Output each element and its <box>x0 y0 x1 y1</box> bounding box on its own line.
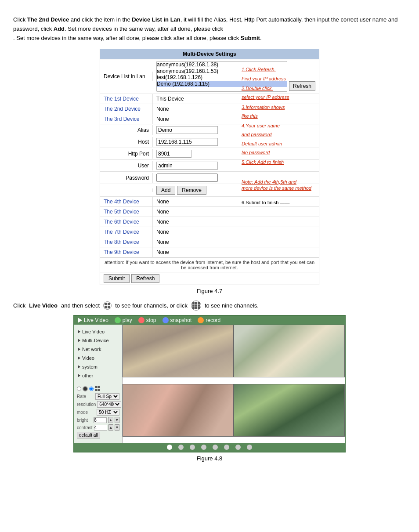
live-video-label: Live Video <box>84 317 108 323</box>
video-feed-4 <box>234 384 344 436</box>
play-icon <box>115 317 121 323</box>
fifth-device-value: None <box>153 207 319 217</box>
intro-paragraph: Click The 2nd Device and click the item … <box>13 15 406 43</box>
live-video-toolbar-item[interactable]: Live Video <box>78 317 108 323</box>
sidebar-item-other[interactable]: other <box>74 371 122 380</box>
seventh-device-row: The 7th Device None <box>100 227 319 237</box>
user-input[interactable] <box>156 162 218 170</box>
sixth-device-row: The 6th Device None <box>100 217 319 227</box>
contrast-control-row: contrast ▲ ▼ <box>77 424 119 431</box>
alias-input[interactable] <box>156 126 218 134</box>
play-toolbar-item[interactable]: play <box>115 317 132 323</box>
video-tri-icon <box>78 356 80 360</box>
ninth-device-value: None <box>153 247 319 257</box>
sidebar-controls: Rate Full-Speed resolution 640*480 mode <box>74 384 122 440</box>
eighth-device-value: None <box>153 237 319 247</box>
contrast-label: contrast <box>77 425 93 430</box>
dot-3[interactable] <box>190 445 195 450</box>
sidebar-video-label: Video <box>82 355 94 361</box>
contrast-up-btn[interactable]: ▲ <box>108 424 113 431</box>
play-label: play <box>123 317 132 323</box>
viewer-container: Live Video play stop snapshot record <box>13 315 406 452</box>
bright-control-row: bright ▲ ▼ <box>77 417 119 423</box>
sidebar-multi-device-label: Multi-Device <box>82 338 109 343</box>
four-channel-icon[interactable] <box>103 301 112 310</box>
sidebar-item-multi-device[interactable]: Multi-Device <box>74 336 122 345</box>
annotation-6: like this <box>242 113 329 119</box>
stop-toolbar-item[interactable]: stop <box>138 317 156 323</box>
device-list-label: Device List in Lan <box>100 72 153 81</box>
nine-channel-icon[interactable] <box>191 300 201 311</box>
video-grid <box>123 325 345 443</box>
sixth-device-label: The 6th Device <box>100 217 153 227</box>
record-label: record <box>206 317 220 323</box>
dot-2[interactable] <box>178 445 184 450</box>
contrast-input[interactable] <box>94 425 107 431</box>
dot-5[interactable] <box>213 445 218 450</box>
live-video-icon <box>78 318 82 323</box>
multi-device-tri-icon <box>78 339 80 342</box>
mode-select[interactable]: 50 HZ <box>97 409 119 416</box>
fifth-device-row: The 5th Device None <box>100 207 319 217</box>
sidebar-item-video[interactable]: Video <box>74 354 122 362</box>
bright-input[interactable] <box>94 417 107 423</box>
dot-7[interactable] <box>235 445 241 450</box>
host-input[interactable] <box>156 138 218 146</box>
resolution-select[interactable]: 640*480 <box>97 401 121 408</box>
grid2-icon <box>95 386 100 391</box>
annotation-4: select your IP address <box>242 94 329 100</box>
sidebar-item-live-video[interactable]: Live Video <box>74 327 122 336</box>
bright-up-btn[interactable]: ▲ <box>108 417 113 423</box>
annotation-8: and password <box>242 131 329 138</box>
radio1[interactable] <box>77 387 81 391</box>
snapshot-toolbar-item[interactable]: snapshot <box>163 317 192 323</box>
host-label: Host <box>100 137 153 147</box>
password-input[interactable] <box>156 174 218 182</box>
seventh-device-value: None <box>153 227 319 237</box>
annotation-3: 2.Double click. <box>242 85 329 91</box>
annotation-note2: more device is the same method <box>242 185 329 191</box>
annotation-5: 3.Information shows <box>242 104 329 110</box>
fifth-device-label: The 5th Device <box>100 207 153 217</box>
dot-4[interactable] <box>201 445 206 450</box>
add-button[interactable]: Add <box>156 186 175 195</box>
snapshot-icon <box>163 317 169 323</box>
dot-1[interactable] <box>167 445 172 450</box>
video-cell-4 <box>234 384 345 437</box>
httpport-input[interactable] <box>156 150 191 158</box>
annotation-7: 4.Your user name <box>242 123 329 129</box>
sidebar-item-system[interactable]: system <box>74 362 122 371</box>
record-icon <box>198 317 204 323</box>
default-all-button[interactable]: default all <box>77 432 100 438</box>
rate-select[interactable]: Full-Speed <box>95 393 119 400</box>
sidebar-item-network[interactable]: Net work <box>74 345 122 354</box>
contrast-down-btn[interactable]: ▼ <box>115 424 119 431</box>
annotation-11: 5.Click Add to finish <box>242 159 329 165</box>
httpport-label: Http Port <box>100 149 153 159</box>
video-feed-1 <box>123 325 233 377</box>
live-video-tri-icon <box>78 330 80 333</box>
dot-6[interactable] <box>224 445 229 450</box>
bright-down-btn[interactable]: ▼ <box>115 417 119 423</box>
figure48-caption: Figure 4.8 <box>13 455 406 462</box>
annotation-10: No password <box>242 149 329 156</box>
remove-button[interactable]: Remove <box>177 186 206 195</box>
annotations-panel: 1.Click Refresh. Find your IP address 2.… <box>242 49 329 205</box>
dot-8[interactable] <box>247 445 252 450</box>
sidebar-live-video-label: Live Video <box>82 329 105 334</box>
submit-button[interactable]: Submit <box>104 274 130 283</box>
rate-control-row: Rate Full-Speed <box>77 393 119 400</box>
record-toolbar-item[interactable]: record <box>198 317 220 323</box>
video-cell-2 <box>234 325 345 377</box>
refresh-bottom-button[interactable]: Refresh <box>131 274 159 283</box>
attention-row: attention: If you want to access the dev… <box>100 257 319 272</box>
sidebar-panel: Live Video Multi-Device Net work Video s… <box>74 325 123 443</box>
add-remove-spacer <box>100 188 153 192</box>
sidebar-other-label: other <box>82 373 93 378</box>
bright-label: bright <box>77 418 92 423</box>
second-device-label: The 2nd Device <box>100 104 153 114</box>
stop-label: stop <box>146 317 156 323</box>
sixth-device-value: None <box>153 217 319 227</box>
radio2[interactable] <box>89 387 94 391</box>
figure47-caption: Figure 4.7 <box>13 288 406 294</box>
